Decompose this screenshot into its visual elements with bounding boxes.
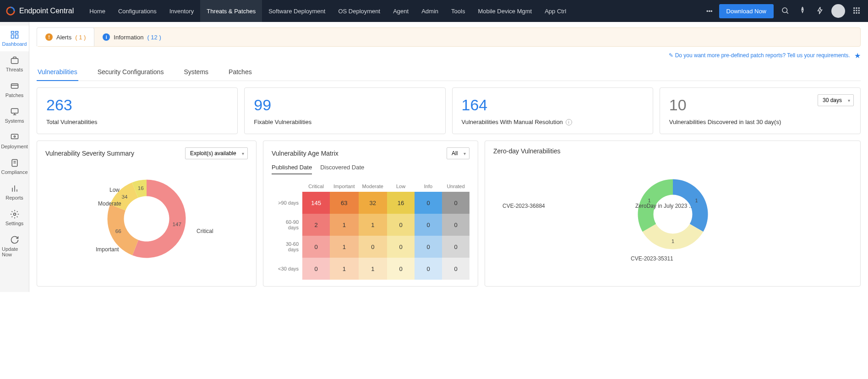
matrix-cell-1-2[interactable]: 1 xyxy=(359,214,387,236)
sidebar-deployment[interactable]: Deployment xyxy=(0,128,29,154)
severity-label-moderate: Moderate xyxy=(98,200,121,207)
search-icon[interactable] xyxy=(779,5,791,18)
alerts-tab[interactable]: ! Alerts ( 1 ) xyxy=(37,27,94,46)
matrix-cell-2-1[interactable]: 1 xyxy=(330,236,358,258)
app-logo: Endpoint Central xyxy=(5,6,74,16)
sidebar-threats[interactable]: Threats xyxy=(0,51,29,77)
stat-card-2[interactable]: 164Vulnerabilities With Manual Resolutio… xyxy=(452,87,653,134)
widgets-row: Vulnerability Severity Summary Exploit(s… xyxy=(37,141,861,287)
svg-rect-20 xyxy=(11,108,18,113)
matrix-cell-2-4[interactable]: 0 xyxy=(415,236,442,258)
nav-more[interactable]: ••• xyxy=(700,0,719,22)
download-button[interactable]: Download Now xyxy=(719,4,774,18)
feedback-link[interactable]: Do you want more pre-defined patch repor… xyxy=(675,52,850,59)
matrix-cell-1-1[interactable]: 1 xyxy=(330,214,358,236)
zeroday-title: Zero-day Vulnerabilities xyxy=(493,147,561,155)
matrix-cell-0-5[interactable]: 0 xyxy=(442,192,469,214)
nav-home[interactable]: Home xyxy=(83,0,112,22)
matrix-cell-0-2[interactable]: 32 xyxy=(359,192,387,214)
nav-admin[interactable]: Admin xyxy=(415,0,445,22)
matrix-cell-3-0[interactable]: 0 xyxy=(302,258,330,280)
severity-filter-select[interactable]: Exploit(s) available xyxy=(185,147,248,159)
monitor-icon xyxy=(10,107,19,116)
matrix-cell-2-0[interactable]: 0 xyxy=(302,236,330,258)
app-title: Endpoint Central xyxy=(19,7,74,15)
nav-mobile-device-mgmt[interactable]: Mobile Device Mgmt xyxy=(471,0,538,22)
svg-text:1: 1 xyxy=(648,198,650,203)
nav-tools[interactable]: Tools xyxy=(445,0,471,22)
sidebar-patches[interactable]: Patches xyxy=(0,77,29,103)
tab-vulnerabilities[interactable]: Vulnerabilities xyxy=(37,65,78,81)
matrix-cell-3-2[interactable]: 1 xyxy=(359,258,387,280)
matrix-row-0: >90 days xyxy=(272,192,302,214)
info-count: ( 12 ) xyxy=(147,34,161,41)
user-avatar[interactable] xyxy=(831,4,845,18)
stat-period-select[interactable]: 30 days xyxy=(818,94,854,106)
tab-systems[interactable]: Systems xyxy=(183,65,209,81)
age-title: Vulnerability Age Matrix xyxy=(272,150,338,157)
matrix-cell-3-4[interactable]: 0 xyxy=(415,258,442,280)
matrix-col-moderate: Moderate xyxy=(359,181,387,192)
rocket-icon[interactable] xyxy=(797,5,808,18)
nav-threats-patches[interactable]: Threats & Patches xyxy=(200,0,262,22)
stat-card-1[interactable]: 99Fixable Vulnerabilities xyxy=(244,87,445,134)
tab-security-configurations[interactable]: Security Configurations xyxy=(97,65,165,81)
matrix-cell-0-4[interactable]: 0 xyxy=(415,192,442,214)
svg-rect-12 xyxy=(858,12,860,13)
edit-icon: ✎ xyxy=(669,52,673,59)
nav-inventory[interactable]: Inventory xyxy=(163,0,200,22)
reports-icon xyxy=(10,184,19,193)
sidebar-reports[interactable]: Reports xyxy=(0,179,29,205)
matrix-cell-3-1[interactable]: 1 xyxy=(330,258,358,280)
matrix-row-2: 30-60 days xyxy=(272,236,302,258)
zeroday-donut: 111 CVE-2023-36884ZeroDay in July 2023 .… xyxy=(493,159,852,269)
feedback-row: ✎ Do you want more pre-defined patch rep… xyxy=(37,49,861,65)
nav-software-deployment[interactable]: Software Deployment xyxy=(262,0,332,22)
sidebar-settings[interactable]: Settings xyxy=(0,205,29,231)
star-icon[interactable]: ★ xyxy=(854,51,861,60)
nav-configurations[interactable]: Configurations xyxy=(112,0,163,22)
matrix-cell-3-3[interactable]: 0 xyxy=(387,258,415,280)
matrix-cell-2-3[interactable]: 0 xyxy=(387,236,415,258)
age-matrix-widget: Vulnerability Age Matrix All Published D… xyxy=(263,141,478,287)
information-tab[interactable]: i Information ( 12 ) xyxy=(94,28,169,46)
matrix-cell-2-5[interactable]: 0 xyxy=(442,236,469,258)
nav-app-ctrl[interactable]: App Ctrl xyxy=(538,0,573,22)
matrix-cell-0-3[interactable]: 16 xyxy=(387,192,415,214)
bolt-icon[interactable] xyxy=(814,5,826,18)
matrix-cell-1-5[interactable]: 0 xyxy=(442,214,469,236)
matrix-cell-2-2[interactable]: 0 xyxy=(359,236,387,258)
zeroday-label-0: CVE-2023-36884 xyxy=(502,203,545,209)
matrix-cell-1-0[interactable]: 2 xyxy=(302,214,330,236)
main-content: ! Alerts ( 1 ) i Information ( 12 ) ✎ Do… xyxy=(29,22,868,292)
svg-rect-11 xyxy=(856,12,857,13)
alert-icon: ! xyxy=(45,33,53,41)
sidebar-update-now[interactable]: Update Now xyxy=(0,231,29,262)
sidebar-systems[interactable]: Systems xyxy=(0,103,29,128)
svg-rect-8 xyxy=(856,10,857,11)
age-subtab-1[interactable]: Discovered Date xyxy=(320,164,364,174)
matrix-cell-0-0[interactable]: 145 xyxy=(302,192,330,214)
stat-label: Vulnerabilities Discovered in last 30 da… xyxy=(669,119,851,125)
briefcase-icon xyxy=(10,56,19,65)
info-icon[interactable]: i xyxy=(566,119,572,125)
svg-rect-6 xyxy=(858,7,860,9)
matrix-cell-3-5[interactable]: 0 xyxy=(442,258,469,280)
top-bar: Endpoint Central HomeConfigurationsInven… xyxy=(0,0,868,22)
stat-card-0[interactable]: 263Total Vulnerabilities xyxy=(37,87,238,134)
nav-agent[interactable]: Agent xyxy=(387,0,415,22)
matrix-cell-1-4[interactable]: 0 xyxy=(415,214,442,236)
content-tabs: VulnerabilitiesSecurity ConfigurationsSy… xyxy=(37,65,861,81)
sidebar-compliance[interactable]: Compliance xyxy=(0,154,29,179)
apps-grid-icon[interactable] xyxy=(851,5,863,18)
sidebar-dashboard[interactable]: Dashboard xyxy=(0,26,29,51)
matrix-cell-1-3[interactable]: 0 xyxy=(387,214,415,236)
age-filter-select[interactable]: All xyxy=(447,147,469,159)
severity-title: Vulnerability Severity Summary xyxy=(45,150,134,157)
stat-card-3[interactable]: 10Vulnerabilities Discovered in last 30 … xyxy=(660,87,861,134)
matrix-cell-0-1[interactable]: 63 xyxy=(330,192,358,214)
tab-patches[interactable]: Patches xyxy=(228,65,253,81)
age-subtab-0[interactable]: Published Date xyxy=(272,164,312,174)
nav-os-deployment[interactable]: OS Deployment xyxy=(332,0,387,22)
stat-value: 263 xyxy=(46,96,228,114)
